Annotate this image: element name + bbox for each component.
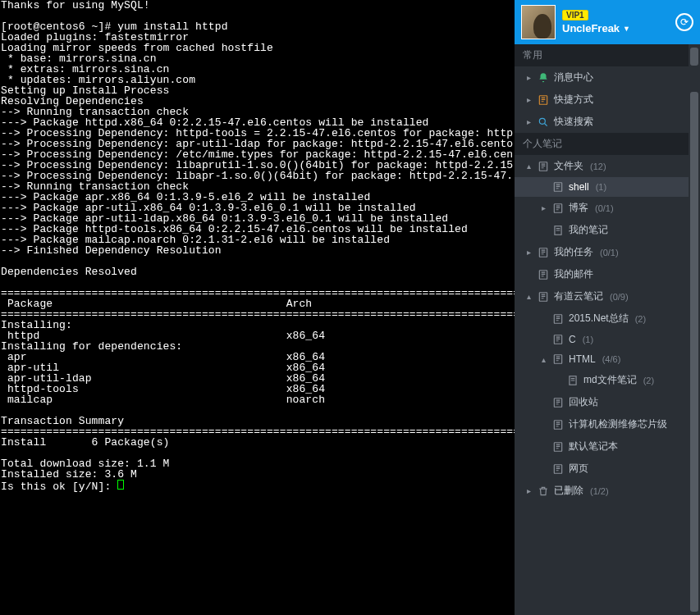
item-count: (1) bbox=[583, 335, 593, 344]
item-label: HTML bbox=[569, 353, 596, 365]
item-count: (0/9) bbox=[610, 292, 629, 302]
refresh-button[interactable]: ⟳ bbox=[675, 13, 693, 31]
bell-icon bbox=[538, 72, 549, 84]
item-count: (4/6) bbox=[602, 354, 621, 364]
item-label: 博客 bbox=[569, 201, 588, 215]
tree-item-2[interactable]: ▸博客(0/1) bbox=[515, 197, 700, 219]
item-label: 计算机检测维修芯片级 bbox=[569, 417, 667, 431]
note-icon bbox=[552, 181, 564, 193]
terminal-line: Thanks for using MySQL! bbox=[1, 0, 514, 11]
tree-item-3[interactable]: 我的笔记 bbox=[515, 219, 700, 241]
caret-icon: ▸ bbox=[524, 248, 533, 257]
note-icon bbox=[538, 269, 549, 280]
item-label: shell bbox=[569, 181, 589, 193]
terminal-cursor bbox=[117, 480, 124, 490]
tree-item-8[interactable]: C(1) bbox=[515, 330, 700, 349]
tree-item-14[interactable]: 网页 bbox=[515, 458, 700, 480]
tree-item-5[interactable]: 我的邮件 bbox=[515, 263, 700, 285]
tree-item-4[interactable]: ▸我的任务(0/1) bbox=[515, 241, 700, 263]
tree-item-12[interactable]: 计算机检测维修芯片级 bbox=[515, 413, 700, 435]
item-count: (2) bbox=[643, 376, 654, 385]
note-icon bbox=[552, 463, 564, 475]
note-icon bbox=[538, 94, 549, 106]
item-label: 有道云笔记 bbox=[554, 289, 603, 303]
common-item-1[interactable]: ▸快捷方式 bbox=[515, 89, 700, 111]
item-label: 默认笔记本 bbox=[569, 440, 618, 453]
item-count: (1) bbox=[596, 182, 606, 192]
note-icon bbox=[538, 161, 549, 172]
item-count: (12) bbox=[590, 162, 606, 171]
item-label: 已删除 bbox=[554, 484, 583, 498]
username-label: UncleFreak bbox=[562, 22, 620, 34]
item-count: (0/1) bbox=[595, 203, 614, 213]
item-count: (2) bbox=[635, 314, 646, 324]
terminal-rule: ========================================… bbox=[1, 309, 514, 320]
svg-point-1 bbox=[539, 118, 545, 124]
scrollbar-thumb-top[interactable] bbox=[690, 48, 698, 66]
section-personal: 个人笔记 bbox=[515, 133, 700, 155]
caret-icon: ▸ bbox=[524, 117, 533, 126]
item-label: 我的邮件 bbox=[554, 267, 593, 281]
sidebar-body: 常用 ▸消息中心▸快捷方式▸快速搜索 个人笔记 ▴文件夹(12)shell(1)… bbox=[515, 44, 700, 615]
note-icon bbox=[552, 203, 564, 214]
item-label: 我的任务 bbox=[554, 245, 593, 259]
terminal-line: --> Finished Dependency Resolution bbox=[1, 245, 514, 256]
item-label: 我的笔记 bbox=[569, 223, 608, 237]
terminal-line: Installed size: 3.6 M bbox=[1, 469, 514, 480]
search-icon bbox=[538, 116, 549, 128]
tree-item-6[interactable]: ▴有道云笔记(0/9) bbox=[515, 285, 700, 308]
note-icon bbox=[552, 441, 564, 453]
terminal-output[interactable]: Thanks for using MySQL![root@centos6 ~]#… bbox=[0, 0, 515, 615]
terminal-prompt-line: Is this ok [y/N]: bbox=[1, 480, 514, 490]
page-icon bbox=[552, 225, 564, 236]
scrollbar-thumb[interactable] bbox=[690, 92, 698, 612]
item-label: C bbox=[569, 334, 576, 345]
username-dropdown[interactable]: UncleFreak ▼ bbox=[562, 22, 630, 34]
sidebar-scrollbar[interactable] bbox=[689, 44, 700, 615]
tree-item-10[interactable]: md文件笔记(2) bbox=[515, 369, 700, 391]
item-label: 快捷方式 bbox=[554, 93, 593, 107]
item-label: 文件夹 bbox=[554, 159, 583, 173]
note-icon bbox=[552, 397, 564, 408]
caret-icon: ▴ bbox=[524, 292, 533, 301]
avatar[interactable] bbox=[521, 5, 556, 39]
item-label: 2015.Net总结 bbox=[569, 312, 629, 326]
caret-icon: ▸ bbox=[524, 73, 533, 82]
terminal-line: Install 6 Package(s) bbox=[1, 437, 514, 448]
tree-item-1[interactable]: shell(1) bbox=[515, 177, 700, 197]
terminal-line: mailcap noarch bbox=[1, 394, 514, 405]
vip-badge: VIP1 bbox=[562, 10, 588, 20]
item-label: 回收站 bbox=[569, 395, 598, 409]
section-common: 常用 bbox=[515, 44, 700, 66]
tree-item-0[interactable]: ▴文件夹(12) bbox=[515, 155, 700, 177]
chevron-down-icon: ▼ bbox=[623, 25, 630, 33]
item-label: 消息中心 bbox=[554, 71, 593, 84]
caret-icon: ▸ bbox=[524, 486, 533, 495]
tree-item-11[interactable]: 回收站 bbox=[515, 391, 700, 413]
item-label: 快速搜索 bbox=[554, 115, 593, 129]
caret-icon: ▴ bbox=[539, 355, 547, 364]
note-icon bbox=[538, 247, 549, 258]
tree-item-13[interactable]: 默认笔记本 bbox=[515, 435, 700, 458]
item-count: (0/1) bbox=[600, 248, 619, 257]
item-label: 网页 bbox=[569, 462, 588, 476]
note-icon bbox=[552, 313, 564, 325]
common-item-0[interactable]: ▸消息中心 bbox=[515, 66, 700, 89]
note-icon bbox=[552, 419, 564, 430]
caret-icon: ▸ bbox=[539, 203, 547, 212]
caret-icon: ▴ bbox=[524, 162, 533, 171]
notes-sidebar: VIP1 UncleFreak ▼ ⟳ 常用 ▸消息中心▸快捷方式▸快速搜索 个… bbox=[515, 0, 700, 615]
tree-item-9[interactable]: ▴HTML(4/6) bbox=[515, 349, 700, 369]
tree-item-7[interactable]: 2015.Net总结(2) bbox=[515, 308, 700, 330]
refresh-icon: ⟳ bbox=[680, 16, 689, 28]
note-icon bbox=[552, 334, 564, 345]
item-label: md文件笔记 bbox=[583, 373, 637, 387]
common-item-2[interactable]: ▸快速搜索 bbox=[515, 111, 700, 133]
tree-item-15[interactable]: ▸已删除(1/2) bbox=[515, 480, 700, 502]
note-icon bbox=[552, 353, 564, 365]
note-icon bbox=[538, 291, 549, 303]
sidebar-header: VIP1 UncleFreak ▼ ⟳ bbox=[515, 0, 700, 44]
trash-icon bbox=[538, 485, 549, 497]
caret-icon: ▸ bbox=[524, 95, 533, 104]
terminal-line: Dependencies Resolved bbox=[1, 266, 514, 277]
